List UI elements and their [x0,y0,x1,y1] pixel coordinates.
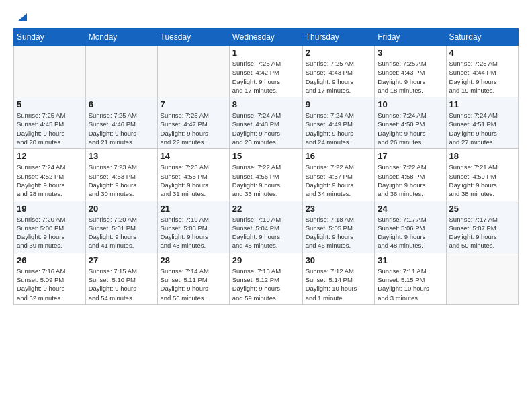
header [13,11,519,23]
calendar-cell: 4Sunrise: 7:25 AM Sunset: 4:44 PM Daylig… [446,46,518,97]
day-info: Sunrise: 7:21 AM Sunset: 4:59 PM Dayligh… [449,163,515,198]
calendar-cell: 11Sunrise: 7:24 AM Sunset: 4:51 PM Dayli… [446,97,518,149]
calendar-cell: 24Sunrise: 7:17 AM Sunset: 5:06 PM Dayli… [375,201,446,253]
calendar-cell [85,46,157,97]
calendar-cell: 20Sunrise: 7:20 AM Sunset: 5:01 PM Dayli… [85,201,157,253]
day-info: Sunrise: 7:24 AM Sunset: 4:52 PM Dayligh… [17,163,83,198]
day-info: Sunrise: 7:25 AM Sunset: 4:47 PM Dayligh… [161,111,226,146]
calendar-cell: 31Sunrise: 7:11 AM Sunset: 5:15 PM Dayli… [375,253,446,304]
day-info: Sunrise: 7:15 AM Sunset: 5:10 PM Dayligh… [89,267,154,302]
calendar-cell: 26Sunrise: 7:16 AM Sunset: 5:09 PM Dayli… [14,253,86,304]
day-info: Sunrise: 7:17 AM Sunset: 5:07 PM Dayligh… [449,215,515,250]
weekday-header-wednesday: Wednesday [229,29,302,46]
calendar-cell [446,253,518,304]
day-number: 23 [306,203,372,214]
day-info: Sunrise: 7:25 AM Sunset: 4:42 PM Dayligh… [232,59,300,95]
day-info: Sunrise: 7:19 AM Sunset: 5:03 PM Dayligh… [161,215,226,250]
day-info: Sunrise: 7:22 AM Sunset: 4:58 PM Dayligh… [378,163,443,198]
day-info: Sunrise: 7:18 AM Sunset: 5:05 PM Dayligh… [306,215,372,250]
weekday-header-saturday: Saturday [446,29,518,46]
day-info: Sunrise: 7:24 AM Sunset: 4:48 PM Dayligh… [232,111,300,146]
calendar-cell: 30Sunrise: 7:12 AM Sunset: 5:14 PM Dayli… [302,253,375,304]
weekday-header-thursday: Thursday [302,29,375,46]
day-number: 2 [306,48,372,58]
calendar-cell: 6Sunrise: 7:25 AM Sunset: 4:46 PM Daylig… [85,97,157,149]
day-info: Sunrise: 7:20 AM Sunset: 5:01 PM Dayligh… [89,215,154,250]
calendar-cell: 22Sunrise: 7:19 AM Sunset: 5:04 PM Dayli… [229,201,302,253]
day-info: Sunrise: 7:11 AM Sunset: 5:15 PM Dayligh… [378,267,443,302]
day-number: 19 [17,203,83,214]
calendar-cell [14,46,86,97]
day-number: 10 [378,99,443,109]
calendar-cell: 27Sunrise: 7:15 AM Sunset: 5:10 PM Dayli… [85,253,157,304]
calendar-cell: 7Sunrise: 7:25 AM Sunset: 4:47 PM Daylig… [157,97,229,149]
calendar-week-row: 26Sunrise: 7:16 AM Sunset: 5:09 PM Dayli… [14,253,519,304]
calendar-cell: 8Sunrise: 7:24 AM Sunset: 4:48 PM Daylig… [229,97,302,149]
day-info: Sunrise: 7:25 AM Sunset: 4:45 PM Dayligh… [17,111,83,146]
day-info: Sunrise: 7:25 AM Sunset: 4:43 PM Dayligh… [306,59,372,95]
calendar-week-row: 19Sunrise: 7:20 AM Sunset: 5:00 PM Dayli… [14,201,519,253]
weekday-header-tuesday: Tuesday [157,29,229,46]
weekday-header-row: SundayMondayTuesdayWednesdayThursdayFrid… [14,29,519,46]
day-number: 3 [378,48,443,58]
calendar-cell: 1Sunrise: 7:25 AM Sunset: 4:42 PM Daylig… [229,46,302,97]
calendar-cell: 17Sunrise: 7:22 AM Sunset: 4:58 PM Dayli… [375,149,446,201]
day-info: Sunrise: 7:25 AM Sunset: 4:44 PM Dayligh… [449,59,515,95]
day-info: Sunrise: 7:23 AM Sunset: 4:55 PM Dayligh… [161,163,226,198]
day-number: 27 [89,255,154,265]
weekday-header-sunday: Sunday [14,29,86,46]
day-number: 25 [449,203,515,214]
day-number: 17 [378,151,443,161]
calendar-cell: 12Sunrise: 7:24 AM Sunset: 4:52 PM Dayli… [14,149,86,201]
day-number: 11 [449,99,515,109]
day-info: Sunrise: 7:24 AM Sunset: 4:49 PM Dayligh… [306,111,372,146]
day-number: 20 [89,203,154,214]
calendar-cell: 21Sunrise: 7:19 AM Sunset: 5:03 PM Dayli… [157,201,229,253]
calendar-week-row: 12Sunrise: 7:24 AM Sunset: 4:52 PM Dayli… [14,149,519,201]
logo [13,11,27,23]
day-number: 9 [306,99,372,109]
day-number: 14 [161,151,226,161]
day-number: 15 [232,151,300,161]
day-number: 22 [232,203,300,214]
calendar-week-row: 1Sunrise: 7:25 AM Sunset: 4:42 PM Daylig… [14,46,519,97]
day-number: 31 [378,255,443,265]
day-info: Sunrise: 7:24 AM Sunset: 4:51 PM Dayligh… [449,111,515,146]
day-info: Sunrise: 7:14 AM Sunset: 5:11 PM Dayligh… [161,267,226,302]
calendar-cell: 9Sunrise: 7:24 AM Sunset: 4:49 PM Daylig… [302,97,375,149]
day-number: 5 [17,99,83,109]
day-number: 7 [161,99,226,109]
weekday-header-monday: Monday [85,29,157,46]
day-info: Sunrise: 7:23 AM Sunset: 4:53 PM Dayligh… [89,163,154,198]
calendar-cell: 16Sunrise: 7:22 AM Sunset: 4:57 PM Dayli… [302,149,375,201]
calendar-cell: 29Sunrise: 7:13 AM Sunset: 5:12 PM Dayli… [229,253,302,304]
calendar-cell [157,46,229,97]
calendar-cell: 23Sunrise: 7:18 AM Sunset: 5:05 PM Dayli… [302,201,375,253]
day-info: Sunrise: 7:25 AM Sunset: 4:43 PM Dayligh… [378,59,443,95]
day-number: 28 [161,255,226,265]
day-number: 13 [89,151,154,161]
calendar-cell: 28Sunrise: 7:14 AM Sunset: 5:11 PM Dayli… [157,253,229,304]
day-number: 24 [378,203,443,214]
calendar-cell: 10Sunrise: 7:24 AM Sunset: 4:50 PM Dayli… [375,97,446,149]
calendar-cell: 5Sunrise: 7:25 AM Sunset: 4:45 PM Daylig… [14,97,86,149]
day-number: 16 [306,151,372,161]
day-number: 1 [232,48,300,58]
calendar-cell: 2Sunrise: 7:25 AM Sunset: 4:43 PM Daylig… [302,46,375,97]
calendar-cell: 19Sunrise: 7:20 AM Sunset: 5:00 PM Dayli… [14,201,86,253]
weekday-header-friday: Friday [375,29,446,46]
calendar-cell: 3Sunrise: 7:25 AM Sunset: 4:43 PM Daylig… [375,46,446,97]
day-info: Sunrise: 7:12 AM Sunset: 5:14 PM Dayligh… [306,267,372,302]
calendar-cell: 14Sunrise: 7:23 AM Sunset: 4:55 PM Dayli… [157,149,229,201]
calendar-week-row: 5Sunrise: 7:25 AM Sunset: 4:45 PM Daylig… [14,97,519,149]
day-number: 26 [17,255,83,265]
calendar-cell: 13Sunrise: 7:23 AM Sunset: 4:53 PM Dayli… [85,149,157,201]
page: SundayMondayTuesdayWednesdayThursdayFrid… [0,0,532,411]
svg-marker-0 [17,13,27,21]
day-number: 30 [306,255,372,265]
day-info: Sunrise: 7:24 AM Sunset: 4:50 PM Dayligh… [378,111,443,146]
day-info: Sunrise: 7:13 AM Sunset: 5:12 PM Dayligh… [232,267,300,302]
day-info: Sunrise: 7:20 AM Sunset: 5:00 PM Dayligh… [17,215,83,250]
day-info: Sunrise: 7:22 AM Sunset: 4:57 PM Dayligh… [306,163,372,198]
day-info: Sunrise: 7:22 AM Sunset: 4:56 PM Dayligh… [232,163,300,198]
